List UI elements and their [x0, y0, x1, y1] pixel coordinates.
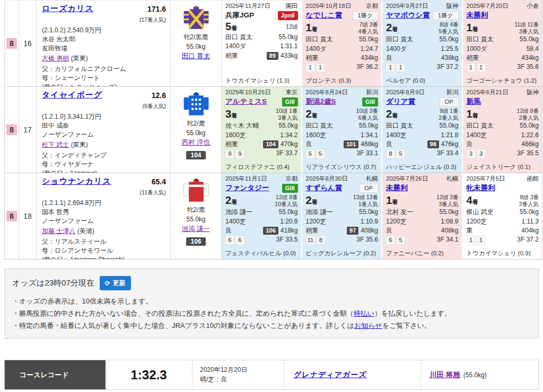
- entry-info: 12頭: [286, 23, 297, 30]
- note-text: ）を払戻しいたします。: [374, 309, 451, 317]
- finish-position: 2着: [386, 22, 398, 33]
- carried-weight: 55.0kg: [171, 128, 221, 138]
- race-going: 稍重: [306, 54, 319, 63]
- finish-position: 2着: [225, 195, 237, 206]
- race-name-link[interactable]: ダリア賞: [386, 97, 415, 106]
- race-going: 良: [467, 140, 473, 149]
- entry-info: 10頭 3番 6番人気: [356, 108, 378, 121]
- note-link[interactable]: 特払い: [354, 309, 374, 317]
- finish-suffix: 着: [392, 199, 398, 205]
- trainer-link[interactable]: 松下 武士: [42, 141, 69, 148]
- horse-row: 8 16 ローズカリス 171.6 (17番人気) (2.1.0.2) 2,54…: [5, 1, 542, 87]
- race-name-link[interactable]: 未勝利: [386, 183, 408, 193]
- race-name-link[interactable]: すずらん賞: [306, 183, 343, 193]
- entry-line2: 4番人気: [358, 28, 378, 34]
- trainer-link[interactable]: 大橋 勇樹: [42, 55, 69, 62]
- corner-position: 5: [396, 149, 405, 158]
- race-date-line: 2025年8月9日 新潟: [386, 88, 459, 96]
- race-name-link[interactable]: ヤマボウシ賞: [386, 11, 430, 20]
- corner-position: 3: [467, 149, 476, 158]
- race-date-line: 2025年8月24日 新潟: [306, 88, 379, 96]
- race-name-link[interactable]: アルテミスS: [225, 97, 267, 106]
- race-distance: 1400ダ: [225, 42, 246, 51]
- race-distance: 1600芝: [225, 131, 246, 140]
- race-date: 2025年10月25日: [225, 88, 271, 96]
- refresh-odds-button[interactable]: ⟳ 更新: [100, 276, 131, 290]
- finish-suffix: 着: [472, 112, 478, 119]
- corner-positions: 1 1: [306, 63, 325, 72]
- race-winner: ジェイストリーク (0.1): [467, 163, 539, 171]
- finish-position: 1着: [306, 22, 318, 33]
- course-record-horse-link[interactable]: グレナディアガーズ: [294, 370, 367, 380]
- race-winner: フィロステファニ (0.4): [225, 163, 298, 171]
- horse-name-link[interactable]: タイセイボーグ: [42, 90, 102, 100]
- note-link[interactable]: お知らせ: [354, 322, 382, 329]
- sex-age-coat: 牝2/鹿: [171, 205, 221, 215]
- owner-name: 国本 哲秀: [42, 208, 166, 217]
- race-venue: 札幌: [366, 175, 378, 183]
- race-time: 1:24.7: [361, 44, 378, 54]
- trainer-area: (栗東): [71, 141, 88, 148]
- jockey-silks-graphic: [182, 91, 210, 117]
- race-horse-weight: 466kg: [521, 140, 539, 149]
- jockey-link[interactable]: 西村 淳也: [182, 139, 210, 146]
- race-name-link[interactable]: 新潟2歳S: [306, 97, 336, 106]
- odds-info-box: オッズは23時07分現在 ⟳ 更新 ・オッズの赤表示は、10倍未満を示します。・…: [4, 269, 539, 338]
- carried-weight: 55.0kg: [171, 215, 221, 224]
- odds-popularity: (17番人気): [139, 16, 166, 23]
- finish-suffix: 着: [312, 112, 318, 119]
- race-venue: 札幌: [446, 175, 459, 183]
- weight-index-badge: 97: [347, 227, 358, 235]
- race-date: 2025年8月30日: [306, 175, 348, 183]
- corner-position: 9: [235, 149, 244, 158]
- jockey-link[interactable]: 田口 貫太: [182, 52, 210, 60]
- finish-position: 4着: [467, 195, 478, 206]
- note-text: をご覧下さい。: [382, 322, 431, 329]
- horse-name-link[interactable]: ショウナンカリス: [42, 176, 111, 186]
- race-distance: 1400芝: [386, 131, 407, 140]
- weight-index-badge: 106: [263, 227, 278, 235]
- race-name-link[interactable]: 牝未勝利: [467, 183, 495, 193]
- race-name-link[interactable]: ファンタジー: [225, 183, 269, 193]
- carried-weight: 55.0kg: [171, 42, 221, 51]
- jockey-link[interactable]: 池添 謙一: [182, 225, 210, 233]
- race-going: 稍重: [225, 140, 238, 149]
- jockey-silks-graphic: [182, 177, 210, 203]
- race-name-link[interactable]: 新馬: [467, 97, 481, 106]
- entry-line2: 2番人気: [519, 114, 539, 121]
- finish-position: 2着: [306, 195, 318, 206]
- entry-info: 8頭 4番 5番人気: [439, 21, 458, 34]
- damsire-name: (母の父：ヘニーヒューズ): [42, 83, 166, 86]
- entry-line2: 2番人気: [439, 114, 458, 121]
- race-horse-weight: 433kg: [281, 51, 298, 60]
- race-distance: 1200芝: [386, 217, 407, 226]
- odds-value: 65.4: [152, 177, 166, 186]
- race-carried-weight: 55.0kg: [278, 208, 297, 217]
- race-name-link[interactable]: なでしこ賞: [306, 11, 343, 20]
- race-name-link[interactable]: 未勝利: [467, 11, 488, 20]
- entry-line1: 8頭 3番: [520, 194, 539, 200]
- race-venue: 京都: [366, 2, 378, 10]
- race-venue: 京都: [286, 175, 298, 183]
- dam-name: 母：ヴィヤダーナ: [42, 160, 166, 169]
- race-horse-weight: 404kg: [521, 226, 539, 235]
- race-time: 1:22.6: [521, 131, 539, 140]
- race-venue: 新潟: [446, 88, 459, 96]
- race-time: 1:34.1: [361, 131, 378, 140]
- record-prize: (2.1.0.2) 2,540.9万円: [42, 26, 166, 35]
- past-races: 2025年10月25日 東京 アルテミスS GIII 3着 10頭 1番 3番人…: [222, 87, 542, 173]
- race-last3f: 3F 35.6: [356, 235, 378, 244]
- race-distance: 1400芝: [467, 131, 487, 140]
- entry-info: 12頭 8番 10番人気: [275, 194, 297, 207]
- horse-name-link[interactable]: ローズカリス: [42, 4, 94, 14]
- past-race-cell: 2025年7月20日 小倉 未勝利 1着 11頭 11番 3番人気 田口 貫太 …: [463, 1, 542, 86]
- horse-number: 16: [19, 1, 37, 86]
- trainer-link[interactable]: 加藤 士津八: [42, 227, 75, 235]
- course-record-jockey-link[interactable]: 川田 将雅: [430, 370, 460, 380]
- breeder-name: 友田牧場: [42, 44, 166, 53]
- corner-positions: 11 8: [306, 236, 326, 245]
- corner-position: 1: [467, 63, 476, 72]
- entry-info: 13頭 13番 1番人気: [353, 194, 378, 207]
- entry-info: 12頭 8番 2番人気: [517, 108, 539, 121]
- entry-line2: 1番人気: [358, 201, 378, 207]
